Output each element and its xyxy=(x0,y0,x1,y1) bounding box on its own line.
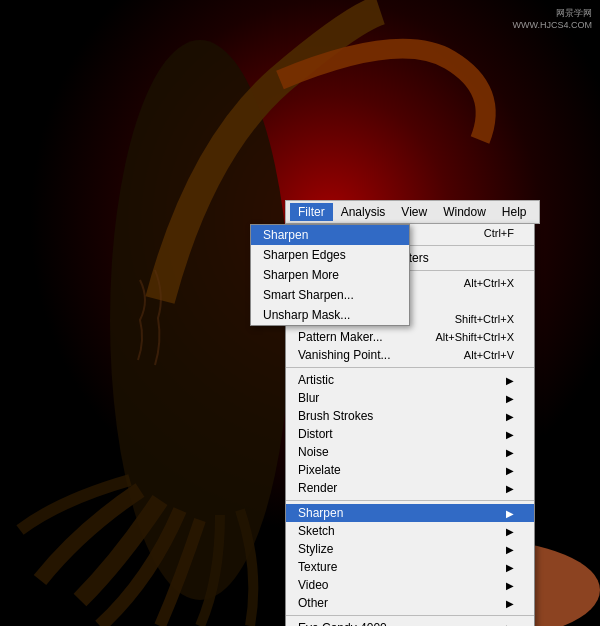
sharpen-submenu: Sharpen Sharpen Edges Sharpen More Smart… xyxy=(250,224,410,326)
menubar-item-filter[interactable]: Filter xyxy=(290,203,333,221)
watermark: 网景学网 WWW.HJCS4.COM xyxy=(513,8,593,31)
separator-3 xyxy=(286,367,534,368)
watermark-line2: WWW.HJCS4.COM xyxy=(513,20,593,32)
submenu-item-unsharp-mask[interactable]: Unsharp Mask... xyxy=(251,305,409,325)
submenu-item-sharpen[interactable]: Sharpen xyxy=(251,225,409,245)
menu-item-video[interactable]: Video ▶ xyxy=(286,576,534,594)
submenu-item-sharpen-more[interactable]: Sharpen More xyxy=(251,265,409,285)
menubar-item-analysis[interactable]: Analysis xyxy=(333,203,394,221)
menubar-item-help[interactable]: Help xyxy=(494,203,535,221)
menu-item-artistic[interactable]: Artistic ▶ xyxy=(286,371,534,389)
sharpen-submenu-container: Sharpen Sharpen Edges Sharpen More Smart… xyxy=(250,224,410,326)
watermark-line1: 网景学网 xyxy=(513,8,593,20)
menu-item-texture[interactable]: Texture ▶ xyxy=(286,558,534,576)
menu-item-brush-strokes[interactable]: Brush Strokes ▶ xyxy=(286,407,534,425)
separator-4 xyxy=(286,500,534,501)
menu-item-sketch[interactable]: Sketch ▶ xyxy=(286,522,534,540)
menu-item-noise[interactable]: Noise ▶ xyxy=(286,443,534,461)
menu-item-pixelate[interactable]: Pixelate ▶ xyxy=(286,461,534,479)
submenu-item-sharpen-edges[interactable]: Sharpen Edges xyxy=(251,245,409,265)
menu-item-other[interactable]: Other ▶ xyxy=(286,594,534,612)
menu-item-pattern-maker[interactable]: Pattern Maker... Alt+Shift+Ctrl+X xyxy=(286,328,534,346)
menubar-item-window[interactable]: Window xyxy=(435,203,494,221)
menubar-item-view[interactable]: View xyxy=(393,203,435,221)
menu-item-sharpen[interactable]: Sharpen ▶ xyxy=(286,504,534,522)
menu-item-blur[interactable]: Blur ▶ xyxy=(286,389,534,407)
menu-bar: Filter Analysis View Window Help xyxy=(285,200,540,224)
submenu-item-smart-sharpen[interactable]: Smart Sharpen... xyxy=(251,285,409,305)
separator-5 xyxy=(286,615,534,616)
menu-item-vanishing-point[interactable]: Vanishing Point... Alt+Ctrl+V xyxy=(286,346,534,364)
menu-item-stylize[interactable]: Stylize ▶ xyxy=(286,540,534,558)
menu-item-distort[interactable]: Distort ▶ xyxy=(286,425,534,443)
menu-item-render[interactable]: Render ▶ xyxy=(286,479,534,497)
menu-item-eye-candy[interactable]: Eye Candy 4000 ▶ xyxy=(286,619,534,626)
